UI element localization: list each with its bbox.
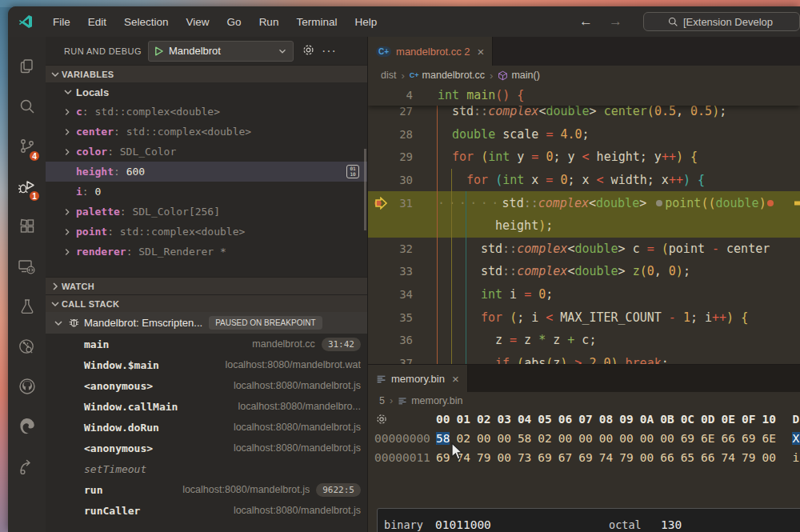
decoded-char[interactable]: i [792,451,800,464]
hex-byte[interactable]: 00 [599,432,613,445]
locals-scope-row[interactable]: Locals [46,82,367,102]
code-line-30[interactable]: 30for (int x = 0; x < width; x++) { [368,169,800,192]
source-control-graph-icon[interactable] [8,326,46,366]
source-control-icon[interactable]: 4 [8,126,46,166]
breadcrumb-file[interactable]: mandelbrot.cc [422,70,486,81]
code-line-37[interactable]: 37if (abs(z) > 2.0) break; [368,352,800,364]
close-tab-icon[interactable]: × [452,372,459,386]
hex-byte[interactable]: 00 [477,432,490,445]
tab-mandelbrot-cc[interactable]: C+ mandelbrot.cc 2 × [368,37,493,66]
line-number[interactable]: 28 [368,128,435,141]
stack-frame-row[interactable]: mainmandelbrot.cc31:42 [46,334,367,354]
hex-byte[interactable]: 79 [742,451,755,464]
hex-byte[interactable]: 58 [436,432,450,445]
hex-byte[interactable]: 00 [762,451,776,464]
hex-byte[interactable]: 00 [640,432,654,445]
code-line-32[interactable]: 32std::complex<double> c = (point - cent… [368,238,800,261]
live-share-icon[interactable] [8,446,46,486]
hex-byte[interactable]: 73 [518,451,531,464]
paused-breakpoint-icon[interactable] [374,197,388,213]
stack-frame-row[interactable]: Window.callMainlocalhost:8080/mandelbro.… [46,396,367,417]
menu-item-help[interactable]: Help [346,13,386,31]
hex-byte[interactable]: 6E [762,432,776,445]
hex-byte[interactable]: 69 [538,451,551,464]
breadcrumb-file[interactable]: memory.bin [411,395,462,406]
line-number[interactable]: 30 [368,174,435,186]
hex-byte[interactable]: 74 [599,451,613,464]
remote-explorer-icon[interactable] [8,246,46,286]
debug-session-row[interactable]: Mandelbrot: Emscripten... PAUSED ON BREA… [46,312,367,334]
hex-byte[interactable]: 02 [538,432,551,445]
hex-byte[interactable]: 66 [722,432,735,445]
variable-row-color[interactable]: color: SDL_Color [46,142,367,162]
hex-byte[interactable]: 74 [722,451,735,464]
testing-icon[interactable] [8,286,46,326]
hex-byte[interactable]: 79 [619,451,633,464]
variable-row-palette[interactable]: palette: SDL_Color[256] [46,202,367,222]
line-number[interactable]: 27 [368,105,435,118]
panel-breadcrumb[interactable]: 5 › memory.bin [368,392,800,410]
line-number[interactable]: 34 [368,288,435,301]
gear-icon[interactable] [302,43,315,59]
stack-frame-row[interactable]: <anonymous>localhost:8080/mandelbrot.js [46,375,367,396]
line-number[interactable]: 37 [368,357,435,364]
code-line-33[interactable]: 33std::complex<double> z(0, 0); [368,260,800,283]
hex-byte[interactable]: 00 [640,451,654,464]
breadcrumb-folder[interactable]: dist [381,70,396,81]
hex-byte[interactable]: 79 [477,451,490,464]
code-line-31[interactable]: 31······std::complex<double> point((doub… [368,191,800,214]
breadcrumb-number[interactable]: 5 [379,395,385,406]
variable-row-renderer[interactable]: renderer: SDL_Renderer * [46,242,367,262]
code-line-28[interactable]: 28double scale = 4.0; [368,123,800,146]
breadcrumb-symbol[interactable]: main() [511,70,539,81]
code-line-35[interactable]: 35for (; i < MAX_ITER_COUNT - 1; i++) { [368,306,800,329]
menu-item-run[interactable]: Run [250,13,288,31]
sidebar-scrollbar[interactable] [364,149,366,230]
variable-row-point[interactable]: point: std::complex<double> [46,222,367,242]
hex-byte[interactable]: 67 [558,451,572,464]
hex-byte[interactable]: 66 [701,451,714,464]
menu-item-file[interactable]: File [44,13,79,31]
start-debug-icon[interactable] [154,46,164,57]
menu-item-go[interactable]: Go [218,13,250,31]
variable-row-center[interactable]: center: std::complex<double> [46,122,367,142]
stack-frame-row[interactable]: Window.doRunlocalhost:8080/mandelbrot.js [46,417,367,438]
hex-grid[interactable]: 000102030405060708090A0B0C0D0E0F10D00000… [368,410,800,532]
menu-item-selection[interactable]: Selection [115,13,178,31]
variable-row-i[interactable]: i: 0 [46,182,367,202]
code-editor[interactable]: 27std::complex<double> center(0.5, 0.5);… [368,85,800,364]
hex-byte[interactable]: 65 [681,451,694,464]
github-icon[interactable] [8,366,46,406]
inline-breakpoint-dot[interactable] [767,200,774,206]
code-line-wrap[interactable]: height); [368,214,800,238]
launch-config-dropdown[interactable]: Mandelbrot [148,41,294,62]
hex-byte[interactable]: 69 [742,432,755,445]
watch-section-header[interactable]: WATCH [46,277,367,294]
line-number[interactable]: 33 [368,265,435,278]
edge-browser-icon[interactable] [8,406,46,446]
close-tab-icon[interactable]: × [478,45,485,58]
hex-byte[interactable]: 58 [518,432,531,445]
hex-byte[interactable]: 66 [660,451,674,464]
inline-breakpoint-dot[interactable] [656,200,662,206]
line-number[interactable]: 29 [368,150,435,163]
nav-forward-icon[interactable]: → [601,14,630,30]
call-stack-section-header[interactable]: CALL STACK [46,294,367,312]
hex-byte[interactable]: 00 [660,432,674,445]
hex-byte[interactable]: 69 [681,432,694,445]
menu-item-edit[interactable]: Edit [79,13,115,31]
menu-item-terminal[interactable]: Terminal [287,13,346,31]
hex-byte[interactable]: 00 [497,432,510,445]
hex-byte[interactable]: 00 [619,432,633,445]
tab-memory-bin[interactable]: memory.bin × [368,365,468,392]
hex-byte[interactable]: 69 [436,451,450,464]
stack-frame-row[interactable]: runCallerlocalhost:8080/mandelbrot.js [46,500,367,521]
hex-byte[interactable]: 00 [558,432,572,445]
search-icon[interactable] [8,86,46,126]
hex-byte[interactable]: 00 [497,451,510,464]
menu-item-view[interactable]: View [178,13,218,31]
stack-frame-row[interactable]: Window.$mainlocalhost:8080/mandelbrot.wa… [46,354,367,375]
stack-frame-row[interactable]: <anonymous>localhost:8080/mandelbrot.js [46,438,367,458]
hex-settings-gear-icon[interactable] [368,413,436,426]
variable-row-height[interactable]: height: 6000110 [46,162,367,182]
